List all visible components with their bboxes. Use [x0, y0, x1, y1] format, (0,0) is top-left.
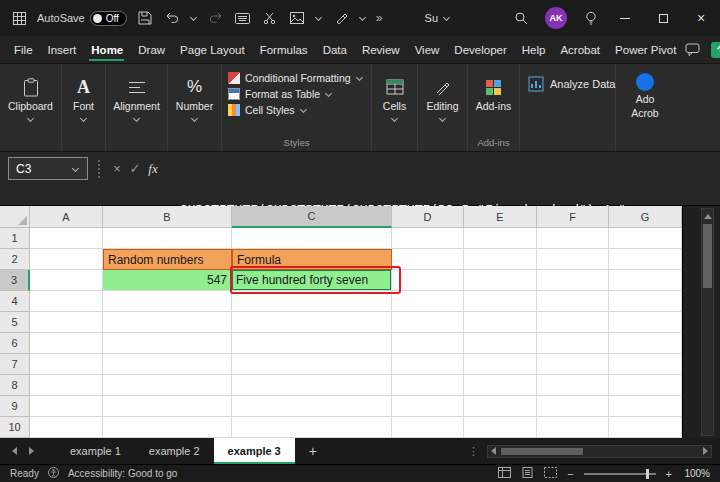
column-header-F[interactable]: F — [537, 206, 609, 228]
save-icon[interactable] — [136, 9, 154, 27]
cell-C3[interactable]: Five hundred forty seven — [232, 270, 392, 291]
new-sheet-button[interactable]: + — [303, 441, 323, 461]
cell-A7[interactable] — [30, 354, 103, 375]
cell-B5[interactable] — [103, 312, 232, 333]
cell-B3[interactable]: 547 — [103, 270, 232, 291]
column-header-E[interactable]: E — [464, 206, 537, 228]
zoom-slider-thumb[interactable] — [646, 469, 649, 479]
cell-F1[interactable] — [537, 228, 609, 249]
cell-G8[interactable] — [609, 375, 682, 396]
add-ins-group-button[interactable]: Add-ins Add-ins — [468, 64, 520, 151]
scroll-left-icon[interactable] — [491, 447, 496, 455]
cell-E2[interactable] — [464, 249, 537, 270]
more-commands-icon[interactable]: » — [376, 11, 383, 25]
cell-A5[interactable] — [30, 312, 103, 333]
column-header-D[interactable]: D — [392, 206, 464, 228]
sheet-tab-example-2[interactable]: example 2 — [135, 438, 214, 464]
cell-styles-button[interactable]: Cell Styles — [228, 104, 365, 116]
cell-G9[interactable] — [609, 396, 682, 417]
cell-F5[interactable] — [537, 312, 609, 333]
cell-E5[interactable] — [464, 312, 537, 333]
cell-A3[interactable] — [30, 270, 103, 291]
cell-E7[interactable] — [464, 354, 537, 375]
formula-bar-divider[interactable] — [98, 160, 100, 178]
lightbulb-icon[interactable] — [576, 9, 606, 27]
cell-D1[interactable] — [392, 228, 464, 249]
document-title-menu[interactable]: Su — [425, 12, 451, 24]
cell-F8[interactable] — [537, 375, 609, 396]
cell-E8[interactable] — [464, 375, 537, 396]
tab-splitter-handle[interactable]: ⋮ — [468, 445, 479, 458]
zoom-in-icon[interactable]: + — [666, 468, 672, 480]
cell-G1[interactable] — [609, 228, 682, 249]
ribbon-tab-file[interactable]: File — [8, 36, 38, 63]
close-button[interactable]: × — [682, 0, 720, 36]
cell-G10[interactable] — [609, 417, 682, 438]
scroll-right-icon[interactable] — [703, 447, 708, 455]
ribbon-tab-draw[interactable]: Draw — [132, 36, 170, 63]
comments-icon[interactable] — [683, 41, 701, 59]
cell-E6[interactable] — [464, 333, 537, 354]
column-header-G[interactable]: G — [609, 206, 682, 228]
ribbon-tab-review[interactable]: Review — [356, 36, 405, 63]
format-painter-icon[interactable] — [332, 9, 350, 27]
search-icon[interactable] — [506, 9, 536, 27]
cell-D7[interactable] — [392, 354, 464, 375]
row-header-6[interactable]: 6 — [0, 333, 30, 354]
cell-C5[interactable] — [232, 312, 392, 333]
cell-E10[interactable] — [464, 417, 537, 438]
cell-G3[interactable] — [609, 270, 682, 291]
adobe-acrobat-button[interactable]: Ado Acrob — [616, 64, 674, 151]
row-header-4[interactable]: 4 — [0, 291, 30, 312]
horizontal-scrollbar[interactable] — [487, 445, 712, 458]
ribbon-tab-home[interactable]: Home — [85, 36, 128, 63]
cell-D6[interactable] — [392, 333, 464, 354]
name-box[interactable]: C3 — [8, 157, 88, 180]
column-header-C[interactable]: C — [232, 206, 392, 228]
ribbon-tab-page-layout[interactable]: Page Layout — [174, 36, 250, 63]
cell-D2[interactable] — [392, 249, 464, 270]
cell-B2[interactable]: Random numbers — [103, 249, 232, 270]
page-break-view-icon[interactable] — [544, 467, 557, 480]
ribbon-tab-developer[interactable]: Developer — [448, 36, 511, 63]
cell-A1[interactable] — [30, 228, 103, 249]
normal-view-icon[interactable] — [498, 467, 511, 480]
row-header-1[interactable]: 1 — [0, 228, 30, 249]
alignment-group-button[interactable]: Alignment — [106, 64, 168, 151]
picture-icon[interactable] — [288, 9, 306, 27]
cell-G2[interactable] — [609, 249, 682, 270]
cell-A8[interactable] — [30, 375, 103, 396]
vertical-scrollbar-thumb[interactable] — [703, 224, 712, 288]
sheet-nav-right-icon[interactable] — [29, 447, 34, 455]
clipboard-group-button[interactable]: Clipboard — [0, 64, 62, 151]
ribbon-tab-formulas[interactable]: Formulas — [254, 36, 313, 63]
page-layout-view-icon[interactable] — [521, 467, 534, 480]
cell-B8[interactable] — [103, 375, 232, 396]
cell-D8[interactable] — [392, 375, 464, 396]
cell-G6[interactable] — [609, 333, 682, 354]
cell-D5[interactable] — [392, 312, 464, 333]
cell-F6[interactable] — [537, 333, 609, 354]
row-header-2[interactable]: 2 — [0, 249, 30, 270]
font-group-button[interactable]: A Font — [62, 64, 106, 151]
ribbon-tab-view[interactable]: View — [409, 36, 445, 63]
chevron-down-icon[interactable] — [315, 14, 323, 22]
cut-icon[interactable] — [261, 9, 279, 27]
horizontal-scrollbar-thumb[interactable] — [501, 448, 583, 455]
cell-B10[interactable] — [103, 417, 232, 438]
cell-F3[interactable] — [537, 270, 609, 291]
cell-C9[interactable] — [232, 396, 392, 417]
ribbon-tab-data[interactable]: Data — [317, 36, 352, 63]
undo-dropdown-chevron-icon[interactable] — [190, 14, 198, 22]
cell-D3[interactable] — [392, 270, 464, 291]
editing-group-button[interactable]: Editing — [418, 64, 468, 151]
cell-A2[interactable] — [30, 249, 103, 270]
column-header-A[interactable]: A — [30, 206, 103, 228]
cancel-icon[interactable]: × — [108, 157, 126, 180]
conditional-formatting-button[interactable]: Conditional Formatting — [228, 72, 365, 84]
zoom-slider[interactable] — [584, 473, 656, 475]
cell-G7[interactable] — [609, 354, 682, 375]
sheet-nav-left-icon[interactable] — [12, 447, 17, 455]
user-avatar[interactable]: AK — [545, 7, 567, 29]
cell-A9[interactable] — [30, 396, 103, 417]
